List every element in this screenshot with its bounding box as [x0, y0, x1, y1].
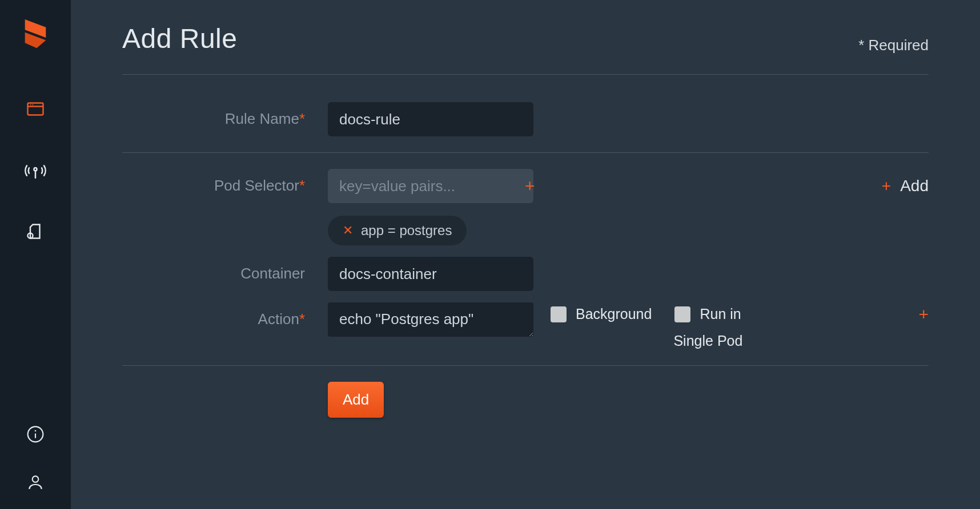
run-single-pod-checkbox[interactable] [674, 306, 690, 322]
label-pod-selector: Pod Selector* [122, 169, 305, 195]
row-pod-selector: Pod Selector* + + Add ✕ app = p [122, 153, 929, 251]
label-rule-name-text: Rule Name [225, 110, 299, 127]
pod-selector-input[interactable] [339, 177, 525, 195]
container-input[interactable] [328, 257, 533, 291]
background-checkbox[interactable] [551, 306, 567, 322]
add-button[interactable]: Add [328, 382, 384, 418]
row-rule-name: Rule Name* [122, 86, 929, 153]
sidebar [0, 0, 71, 509]
nav-document-icon[interactable] [25, 221, 46, 243]
required-hint: * Required [858, 37, 929, 54]
input-cell-container [328, 257, 929, 291]
pod-selector-add-button[interactable]: + Add [882, 177, 929, 195]
rule-name-input[interactable] [328, 102, 533, 136]
pod-selector-tag: ✕ app = postgres [328, 216, 467, 245]
user-icon[interactable] [26, 472, 45, 492]
svg-rect-0 [28, 103, 43, 115]
svg-point-3 [33, 104, 34, 106]
input-cell-rule-name [328, 102, 929, 136]
tag-remove-icon[interactable]: ✕ [343, 223, 353, 238]
run-single-pod-label-2: Single Pod [673, 333, 742, 349]
plus-icon: + [882, 178, 891, 194]
required-asterisk: * [299, 310, 305, 328]
nav-dashboard-icon[interactable] [25, 98, 46, 120]
svg-point-2 [30, 104, 31, 106]
row-submit: Add [122, 366, 929, 434]
pod-selector-input-wrap: + [328, 169, 533, 203]
info-icon[interactable] [26, 425, 45, 444]
nav-primary [25, 98, 46, 243]
required-asterisk: * [299, 110, 305, 127]
label-action: Action* [122, 302, 305, 328]
nav-bottom [26, 425, 45, 492]
input-cell-pod-selector: + + Add ✕ app = postgres [328, 169, 929, 245]
pod-selector-inline-add-icon[interactable]: + [525, 177, 535, 195]
svg-point-10 [33, 476, 39, 482]
rule-form: Rule Name* Pod Selector* + + Add [122, 75, 929, 434]
label-action-text: Action [258, 310, 299, 328]
main-content: Add Rule * Required Rule Name* Pod Selec… [71, 0, 980, 509]
pod-selector-tags: ✕ app = postgres [328, 216, 929, 245]
action-input[interactable] [328, 302, 533, 337]
background-checkbox-wrap: Background [551, 306, 652, 322]
page-title: Add Rule [122, 23, 237, 54]
tag-text: app = postgres [361, 223, 452, 239]
action-add-icon[interactable]: + [918, 306, 929, 323]
label-container: Container [122, 257, 305, 282]
label-pod-selector-text: Pod Selector [214, 177, 299, 194]
brand-logo [21, 17, 50, 58]
row-container: Container [122, 251, 929, 297]
required-asterisk: * [299, 177, 305, 194]
nav-broadcast-icon[interactable] [25, 160, 46, 181]
run-single-pod-checkbox-wrap: Run in [674, 306, 742, 322]
label-container-text: Container [240, 265, 305, 282]
page-header: Add Rule * Required [122, 23, 929, 75]
label-rule-name: Rule Name* [122, 102, 305, 128]
row-action: Action* Background Run in [122, 297, 929, 366]
label-empty [122, 382, 305, 390]
svg-point-9 [35, 430, 37, 432]
input-cell-submit: Add [328, 382, 929, 418]
background-checkbox-label: Background [576, 306, 652, 322]
input-cell-action: Background Run in Single Pod + [328, 302, 929, 349]
pod-selector-add-label: Add [900, 177, 929, 195]
run-single-pod-label-1: Run in [700, 306, 741, 322]
